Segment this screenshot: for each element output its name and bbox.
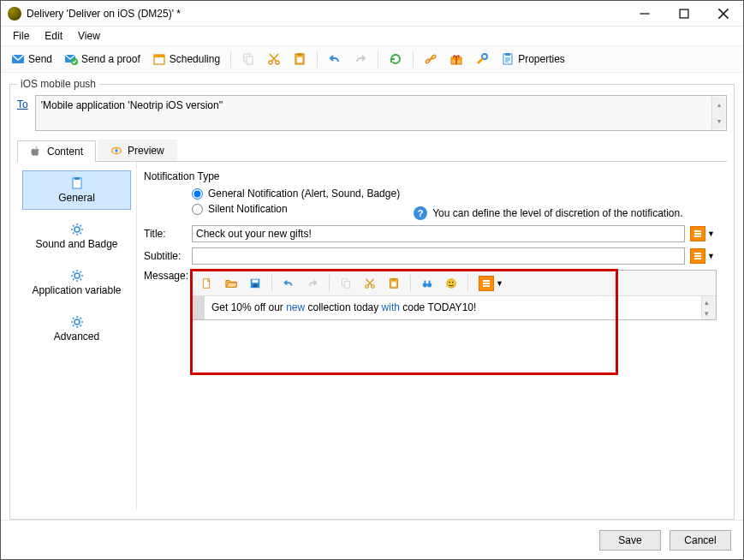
menu-view[interactable]: View: [71, 28, 107, 44]
to-value: 'Mobile application 'Neotrip iOS version…: [41, 99, 223, 111]
redo-button[interactable]: [348, 50, 372, 69]
nav-sound-badge[interactable]: Sound and Badge: [22, 217, 131, 256]
clipboard-icon: [70, 176, 84, 190]
link-button[interactable]: [419, 50, 443, 69]
message-label: Message:: [144, 270, 187, 282]
gear-icon: [70, 315, 84, 329]
msg-save-button[interactable]: [244, 275, 266, 292]
svg-point-60: [449, 281, 450, 283]
msg-find-button[interactable]: [416, 275, 438, 292]
msg-personalize-dropdown[interactable]: ▼: [473, 273, 510, 294]
subtitle-personalize-dropdown[interactable]: ▼: [690, 248, 717, 264]
cut-button[interactable]: [262, 50, 286, 69]
group-legend: iOS mobile push: [17, 78, 99, 90]
svg-point-36: [115, 149, 118, 152]
properties-button[interactable]: Properties: [496, 50, 570, 69]
tab-content[interactable]: Content: [17, 140, 96, 162]
window-title: Delivery 'Deliver on iOS (DM25)' *: [27, 8, 625, 20]
title-input[interactable]: [192, 225, 685, 242]
svg-rect-45: [253, 283, 257, 287]
menu-file[interactable]: File: [6, 28, 36, 44]
svg-rect-22: [297, 57, 302, 63]
msg-undo-button[interactable]: [277, 275, 300, 292]
send-label: Send: [28, 53, 52, 65]
gift-icon: [449, 52, 463, 66]
dialog-footer: Save Cancel: [1, 520, 743, 559]
undo-icon: [283, 277, 295, 289]
svg-rect-31: [505, 53, 510, 56]
msg-emoji-button[interactable]: [440, 275, 462, 292]
nav-general[interactable]: General: [22, 170, 131, 210]
clipboard-icon: [388, 277, 400, 289]
undo-icon: [328, 52, 342, 66]
link-icon: [424, 52, 437, 66]
subtitle-input[interactable]: [192, 247, 685, 265]
scheduling-label: Scheduling: [170, 53, 220, 65]
copy-icon: [340, 277, 352, 289]
side-nav: General Sound and Badge Application vari…: [17, 162, 137, 510]
to-scroll[interactable]: ▴▾: [711, 97, 725, 129]
redo-icon: [354, 52, 367, 66]
paste-button[interactable]: [288, 50, 312, 69]
to-link[interactable]: To: [17, 95, 28, 110]
svg-point-61: [452, 281, 454, 283]
save-button[interactable]: Save: [599, 530, 661, 551]
message-toolbar: ▼: [193, 271, 716, 296]
msg-paste-button[interactable]: [383, 275, 405, 292]
send-proof-button[interactable]: Send a proof: [59, 50, 146, 69]
msg-copy-button[interactable]: [335, 275, 357, 292]
msg-redo-button[interactable]: [301, 275, 324, 292]
binoculars-icon: [421, 277, 433, 289]
scheduling-button[interactable]: Scheduling: [147, 50, 225, 69]
editor-gutter: [193, 296, 205, 319]
gear-icon: [70, 269, 84, 283]
svg-rect-38: [74, 177, 80, 180]
tab-strip: Content Preview: [17, 140, 727, 162]
main-toolbar: Send Send a proof Scheduling Properties: [1, 45, 743, 73]
minimize-button[interactable]: [625, 1, 664, 27]
nav-app-variable[interactable]: Application variable: [22, 263, 131, 302]
ios-push-group: iOS mobile push To 'Mobile application '…: [9, 78, 735, 520]
to-field[interactable]: 'Mobile application 'Neotrip iOS version…: [35, 95, 727, 131]
floppy-icon: [249, 277, 261, 289]
undo-button[interactable]: [323, 50, 347, 69]
radio-silent[interactable]: [192, 204, 203, 215]
title-personalize-dropdown[interactable]: ▼: [690, 226, 717, 241]
title-bar: Delivery 'Deliver on iOS (DM25)' *: [1, 1, 743, 27]
refresh-button[interactable]: [384, 50, 408, 69]
menu-bar: File Edit View: [1, 27, 743, 45]
apple-icon: [30, 146, 42, 158]
svg-rect-24: [432, 55, 437, 60]
wrench-icon: [475, 52, 489, 66]
msg-new-button[interactable]: [196, 275, 218, 292]
calendar-icon: [152, 52, 166, 66]
radio-general[interactable]: [192, 188, 203, 200]
properties-label: Properties: [518, 53, 565, 65]
nav-advanced[interactable]: Advanced: [22, 309, 131, 349]
svg-point-39: [74, 227, 80, 232]
redo-icon: [307, 277, 318, 289]
svg-rect-1: [680, 9, 688, 18]
copy-button[interactable]: [236, 50, 260, 69]
msg-cut-button[interactable]: [359, 275, 381, 292]
editor-scrollbar[interactable]: [701, 296, 716, 319]
smiley-icon: [445, 277, 457, 289]
cancel-button[interactable]: Cancel: [670, 530, 731, 551]
radio-general-label: General Notification (Alert, Sound, Badg…: [208, 188, 400, 200]
close-button[interactable]: [704, 1, 743, 27]
info-icon: ?: [414, 206, 427, 220]
message-editor[interactable]: Get 10% off our new collection today wit…: [205, 296, 701, 319]
maximize-button[interactable]: [664, 1, 704, 27]
tool-button[interactable]: [470, 50, 494, 69]
hint-text: You can define the level of discretion o…: [432, 207, 682, 219]
send-button[interactable]: Send: [6, 50, 57, 69]
menu-edit[interactable]: Edit: [38, 28, 69, 44]
tab-preview[interactable]: Preview: [98, 140, 177, 161]
msg-open-button[interactable]: [220, 275, 242, 292]
gift-button[interactable]: [444, 50, 468, 69]
envelope-check-icon: [64, 52, 78, 66]
svg-rect-15: [247, 57, 253, 64]
tab-content-label: Content: [47, 146, 83, 158]
tab-preview-label: Preview: [128, 145, 164, 157]
svg-rect-47: [344, 281, 349, 288]
